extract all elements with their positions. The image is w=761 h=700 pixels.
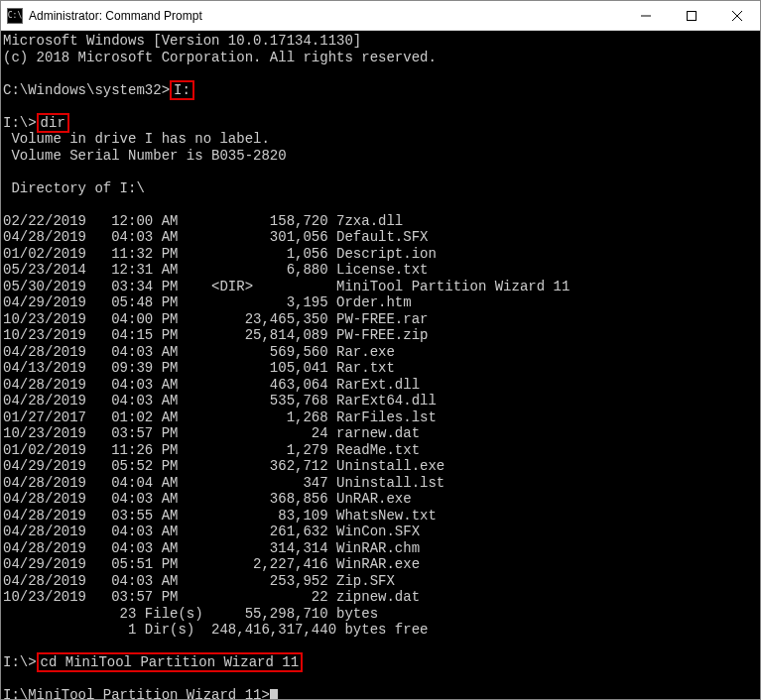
command-prompt-window: C:\ Administrator: Command Prompt Micros… bbox=[0, 0, 761, 700]
volume-line-1: Volume in drive I has no label. bbox=[3, 131, 270, 147]
titlebar[interactable]: C:\ Administrator: Command Prompt bbox=[1, 1, 760, 31]
cursor bbox=[270, 689, 278, 699]
terminal-output[interactable]: Microsoft Windows [Version 10.0.17134.11… bbox=[1, 31, 760, 699]
header-line-2: (c) 2018 Microsoft Corporation. All righ… bbox=[3, 50, 437, 65]
prompt-3-path: I:\> bbox=[3, 654, 37, 670]
volume-line-2: Volume Serial Number is B035-2820 bbox=[3, 148, 287, 164]
directory-header: Directory of I:\ bbox=[3, 180, 145, 196]
summary-files: 23 File(s) 55,298,710 bytes bbox=[3, 606, 378, 622]
close-button[interactable] bbox=[714, 1, 760, 30]
highlight-dir-cmd: dir bbox=[37, 113, 69, 133]
svg-rect-1 bbox=[688, 11, 697, 20]
maximize-icon bbox=[687, 11, 697, 21]
file-listing: 02/22/2019 12:00 AM 158,720 7zxa.dll 04/… bbox=[3, 213, 570, 606]
header-line-1: Microsoft Windows [Version 10.0.17134.11… bbox=[3, 33, 361, 49]
prompt-1-cmd: I: bbox=[174, 82, 190, 98]
prompt-1-path: C:\Windows\system32> bbox=[3, 82, 170, 98]
minimize-icon bbox=[641, 11, 651, 21]
app-icon: C:\ bbox=[7, 8, 23, 24]
highlight-cd-cmd: cd MiniTool Partition Wizard 11 bbox=[37, 652, 303, 672]
window-controls bbox=[623, 1, 760, 30]
prompt-3-cmd: cd MiniTool Partition Wizard 11 bbox=[41, 654, 299, 670]
highlight-drive-cmd: I: bbox=[170, 80, 194, 100]
prompt-2-path: I:\> bbox=[3, 115, 37, 131]
prompt-4-path: I:\MiniTool Partition Wizard 11> bbox=[3, 687, 270, 699]
prompt-2-cmd: dir bbox=[41, 115, 65, 131]
window-title: Administrator: Command Prompt bbox=[29, 9, 623, 23]
summary-dirs: 1 Dir(s) 248,416,317,440 bytes free bbox=[3, 622, 428, 638]
minimize-button[interactable] bbox=[623, 1, 669, 30]
close-icon bbox=[732, 11, 742, 21]
maximize-button[interactable] bbox=[669, 1, 714, 30]
